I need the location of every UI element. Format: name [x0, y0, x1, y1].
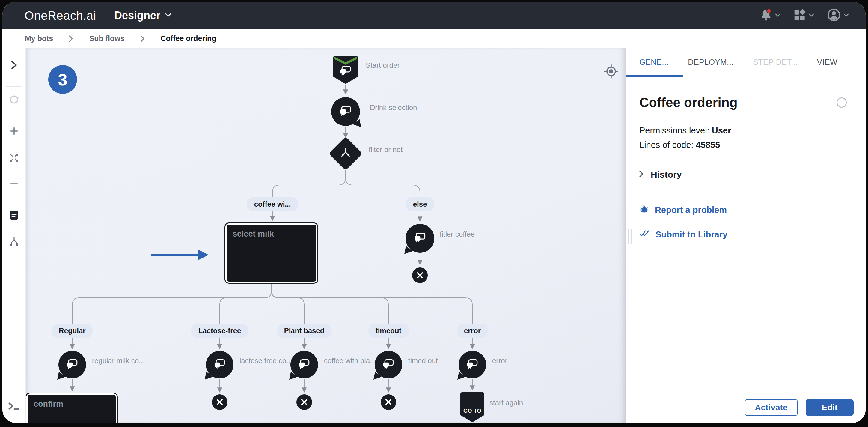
loc-value: 45855 [696, 140, 720, 150]
node-end-x[interactable] [297, 394, 312, 410]
branch-pill-error[interactable]: error [457, 324, 488, 338]
refresh-button[interactable] [6, 91, 23, 108]
fit-screen-button[interactable] [6, 149, 23, 166]
flow-canvas[interactable]: 3 [26, 48, 626, 423]
zoom-out-button[interactable] [6, 176, 23, 192]
tab-general[interactable]: GENE... [639, 58, 669, 67]
account-button[interactable] [827, 8, 849, 23]
tab-step-details: STEP DET... [753, 58, 798, 67]
history-toggle[interactable]: History [639, 170, 852, 180]
topbar-actions [760, 8, 849, 23]
close-x-icon [301, 398, 308, 406]
node-drink-selection[interactable] [331, 97, 360, 126]
node-confirm[interactable]: confirm [26, 393, 117, 423]
product-switcher[interactable]: Designer [114, 9, 172, 22]
chat-bubbles-icon [66, 358, 79, 371]
panel-resize-handle[interactable] [628, 229, 632, 244]
chat-bubbles-icon [339, 104, 352, 119]
expand-panel-button[interactable] [6, 57, 23, 73]
chevron-down-icon [809, 13, 814, 18]
branch-pill-coffee[interactable]: coffee wi... [247, 197, 298, 211]
node-timed-out-msg[interactable] [375, 351, 402, 378]
permissions-value: User [712, 126, 731, 135]
submit-library-label: Submit to Library [655, 230, 727, 240]
chevron-right-icon [140, 35, 145, 42]
node-label: fitler coffee [440, 230, 475, 238]
canvas-toolbar [2, 48, 26, 423]
step-number: 3 [58, 70, 67, 89]
branch-pill-plant-based[interactable]: Plant based [277, 324, 332, 338]
branch-pill-lactose-free[interactable]: Lactose-free [191, 324, 248, 338]
product-name: Designer [114, 9, 160, 22]
close-x-icon [216, 398, 223, 406]
history-label: History [651, 170, 682, 180]
status-ring-icon[interactable] [837, 97, 847, 108]
flow-connectors [26, 48, 626, 423]
tab-view[interactable]: VIEW [817, 58, 837, 67]
lines-of-code-line: Lines of code: 45855 [639, 138, 852, 152]
apps-grid-icon [794, 9, 806, 22]
main-area: 3 [2, 48, 866, 423]
panel-divider [639, 190, 852, 190]
active-tab-underline [626, 75, 683, 77]
breadcrumb-sub-flows[interactable]: Sub flows [89, 34, 124, 43]
branch-pill-regular[interactable]: Regular [52, 324, 93, 338]
branch-pill-timeout[interactable]: timeout [368, 324, 409, 338]
apps-menu-button[interactable] [794, 9, 814, 22]
toolbar-divider [6, 86, 22, 87]
node-error-msg[interactable] [459, 351, 486, 378]
breadcrumb: My bots Sub flows Coffee ordering [2, 29, 866, 48]
breadcrumb-my-bots[interactable]: My bots [25, 34, 53, 43]
edit-button[interactable]: Edit [806, 399, 854, 416]
onereach-logo: OneReach.ai [25, 9, 96, 23]
node-label: error [492, 357, 507, 365]
node-start-order[interactable] [333, 56, 358, 84]
node-regular-milk[interactable] [58, 351, 86, 378]
chevron-down-icon [843, 13, 849, 18]
locate-crosshair-icon[interactable] [603, 64, 619, 80]
chevron-down-icon [164, 12, 172, 19]
chat-bubbles-icon [298, 358, 311, 371]
permissions-line: Permissions level: User [639, 123, 852, 138]
flow-title: Coffee ordering [639, 95, 738, 110]
node-lactose-free-msg[interactable] [206, 351, 234, 378]
close-x-icon [416, 272, 424, 279]
loc-label: Lines of code: [639, 140, 693, 150]
report-problem-label: Report a problem [655, 205, 727, 215]
node-label: Start order [366, 61, 400, 69]
permissions-label: Permissions level: [639, 126, 709, 135]
close-x-icon [385, 398, 392, 406]
node-end-x[interactable] [212, 394, 227, 410]
node-goto-start-again[interactable]: GO TO [460, 392, 484, 422]
tab-deployments[interactable]: DEPLOYM... [688, 58, 734, 67]
panel-body: Coffee ordering Permissions level: User … [626, 95, 866, 240]
chevron-down-icon [775, 13, 780, 18]
zoom-in-button[interactable] [6, 123, 23, 140]
branch-pill-else[interactable]: else [406, 197, 434, 211]
node-fitler-coffee[interactable] [405, 224, 434, 253]
breadcrumb-current: Coffee ordering [161, 34, 216, 43]
report-problem-link[interactable]: Report a problem [639, 204, 852, 216]
double-check-icon [639, 230, 650, 240]
node-end-x[interactable] [381, 394, 396, 410]
terminal-button[interactable] [6, 398, 23, 415]
step-number-badge[interactable]: 3 [48, 65, 77, 94]
chat-bubbles-icon [339, 64, 352, 78]
panel-tabs: GENE... DEPLOYM... STEP DET... VIEW [626, 48, 866, 77]
node-end-x[interactable] [412, 268, 428, 283]
node-select-milk[interactable]: select milk [225, 223, 317, 283]
notes-button[interactable] [6, 207, 23, 224]
node-label: start again [490, 398, 523, 407]
toolbar-divider [6, 116, 22, 116]
bug-icon [639, 204, 649, 216]
goto-label: GO TO [460, 408, 484, 414]
submit-library-link[interactable]: Submit to Library [639, 230, 852, 240]
flow-branch-button[interactable] [6, 234, 23, 250]
activate-button[interactable]: Activate [745, 399, 798, 416]
chat-bubbles-icon [213, 358, 226, 371]
node-label: timed out [408, 357, 438, 365]
notifications-button[interactable] [760, 9, 780, 23]
chat-bubbles-icon [413, 231, 427, 246]
split-branch-icon [340, 148, 351, 159]
node-plant-based-msg[interactable] [290, 351, 318, 378]
